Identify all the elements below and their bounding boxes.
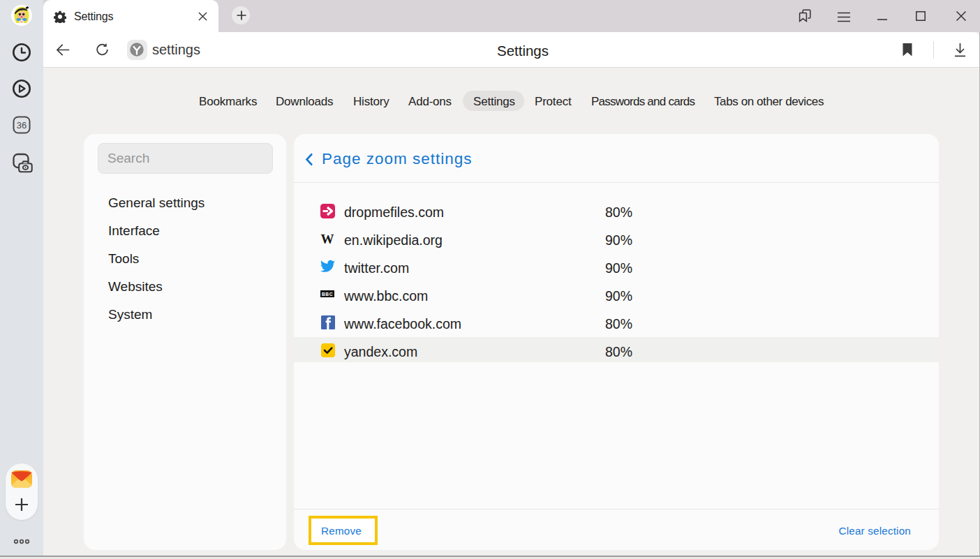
svg-text:BBC: BBC: [322, 292, 333, 297]
svg-text:36: 36: [17, 120, 27, 131]
